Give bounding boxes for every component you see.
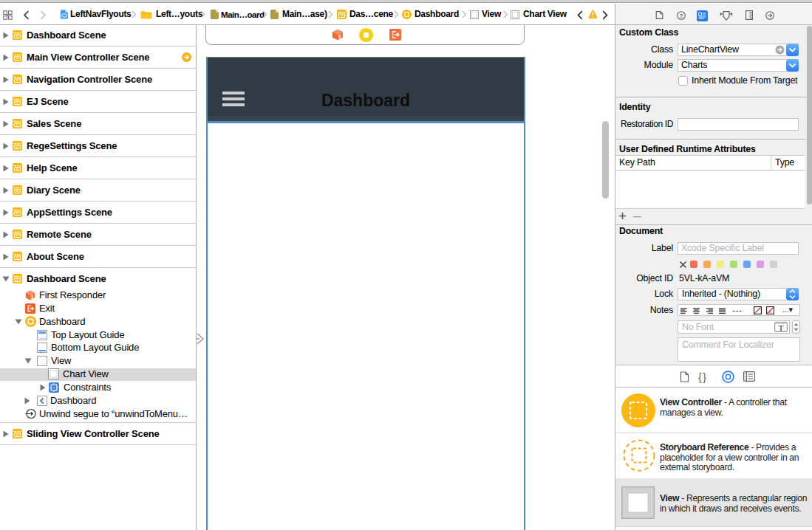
svg-text:1: 1 [338,33,341,40]
svg-text:T: T [779,324,784,332]
svg-text:1: 1 [31,294,34,300]
svg-text:?: ? [679,13,683,19]
